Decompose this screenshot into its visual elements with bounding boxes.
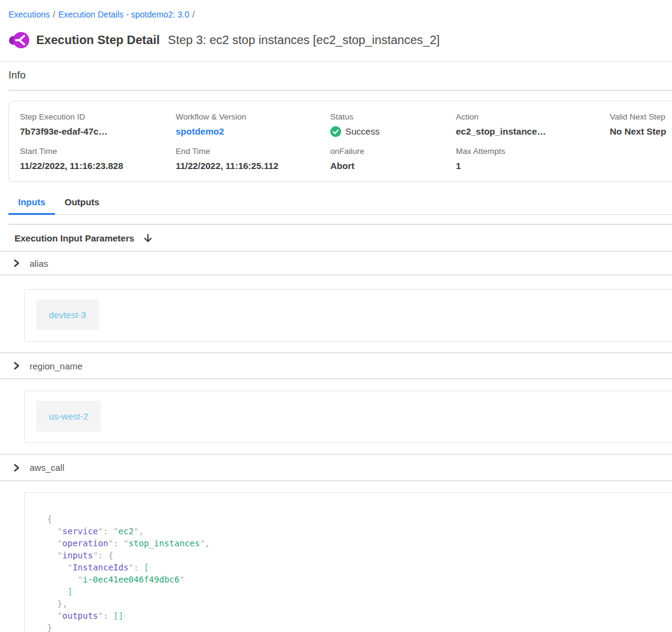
page-header: Execution Step Detail Step 3: ec2 stop i… (8, 29, 672, 51)
breadcrumb-separator: / (193, 10, 195, 19)
field-workflow-version: Workflow & Version spotdemo2 (176, 112, 330, 137)
field-empty (610, 146, 672, 171)
param-name: alias (30, 258, 48, 269)
breadcrumb: Executions/Execution Details - spotdemo2… (0, 0, 672, 21)
workflow-link[interactable]: spotdemo2 (176, 126, 330, 137)
success-check-icon (330, 126, 341, 137)
field-valid-next-step: Valid Next Step No Next Step (610, 112, 672, 137)
field-label: onFailure (330, 146, 456, 156)
field-max-attempts: Max Attempts 1 (456, 146, 610, 171)
chevron-right-icon (12, 362, 21, 370)
divider (0, 480, 672, 481)
info-card: Step Execution ID 7b73f93e-edaf-47c… Wor… (8, 101, 672, 182)
field-label: Max Attempts (456, 146, 610, 156)
field-value: ec2_stop_instance… (456, 126, 610, 137)
field-label: Step Execution ID (20, 112, 176, 122)
param-panel-alias: devtest-3 (24, 289, 672, 342)
field-step-execution-id: Step Execution ID 7b73f93e-edaf-47c… (20, 112, 176, 137)
chevron-right-icon (12, 464, 21, 472)
field-label: Action (456, 112, 610, 122)
field-value: 11/22/2022, 11:16:25.112 (176, 160, 330, 171)
field-label: Valid Next Step (610, 112, 672, 122)
code-block: { "service": "ec2", "operation": "stop_i… (47, 513, 672, 632)
field-status: Status Success (330, 112, 456, 137)
divider (8, 90, 672, 91)
param-name: region_name (30, 361, 83, 371)
status-badge: Success (345, 126, 380, 137)
field-label: Start Time (20, 146, 176, 156)
page-subtitle: Step 3: ec2 stop instances [ec2_stop_ins… (168, 33, 440, 46)
field-label: Workflow & Version (176, 112, 330, 122)
tab-bar: Inputs Outputs (8, 195, 672, 215)
field-value: 7b73f93e-edaf-47c… (20, 126, 176, 137)
divider (0, 275, 672, 275)
divider (0, 378, 672, 379)
field-label: End Time (176, 146, 330, 156)
field-end-time: End Time 11/22/2022, 11:16:25.112 (176, 146, 330, 171)
breadcrumb-link-execution-details[interactable]: Execution Details - spotdemo2: 3.0 (58, 10, 189, 19)
workflow-brand-icon (8, 30, 30, 51)
divider (8, 224, 672, 225)
field-value: 1 (456, 160, 610, 171)
param-value-chip: us-west-2 (36, 401, 101, 432)
chevron-right-icon (12, 259, 21, 267)
param-header-region-name[interactable]: region_name (0, 353, 672, 378)
info-heading: Info (8, 69, 664, 82)
tab-outputs[interactable]: Outputs (55, 195, 109, 215)
field-value: 11/22/2022, 11:16:23.828 (20, 160, 176, 171)
field-value: Abort (330, 160, 456, 171)
download-icon[interactable] (142, 233, 153, 244)
param-header-aws-call[interactable]: aws_call (0, 455, 672, 480)
param-panel-aws-call: { "service": "ec2", "operation": "stop_i… (24, 492, 672, 632)
section-title: Execution Input Parameters (14, 232, 134, 244)
param-panel-region-name: us-west-2 (24, 391, 672, 443)
breadcrumb-separator: / (53, 10, 55, 19)
field-label: Status (330, 112, 456, 122)
param-header-alias[interactable]: alias (0, 252, 672, 275)
param-value-chip: devtest-3 (36, 299, 99, 330)
tab-inputs[interactable]: Inputs (8, 195, 55, 215)
page-title: Execution Step Detail (36, 33, 160, 46)
divider (0, 61, 672, 62)
execution-input-parameters-header: Execution Input Parameters (14, 232, 672, 244)
param-name: aws_call (30, 462, 65, 473)
breadcrumb-link-executions[interactable]: Executions (8, 10, 50, 19)
field-value: No Next Step (610, 126, 672, 137)
field-start-time: Start Time 11/22/2022, 11:16:23.828 (20, 146, 176, 171)
field-onfailure: onFailure Abort (330, 146, 456, 171)
field-action: Action ec2_stop_instance… (456, 112, 610, 137)
